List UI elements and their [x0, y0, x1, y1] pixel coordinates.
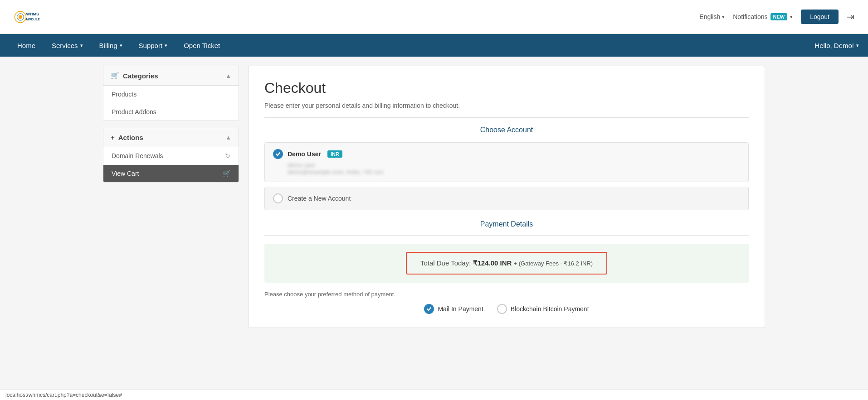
sidebar-item-domain-renewals[interactable]: Domain Renewals ↻: [103, 147, 239, 165]
sidebar-item-view-cart[interactable]: View Cart 🛒: [103, 165, 239, 182]
content-area: Checkout Please enter your personal deta…: [248, 66, 765, 328]
inr-badge: INR: [327, 150, 342, 158]
page-subtitle: Please enter your personal details and b…: [264, 102, 749, 109]
payment-method-blockchain[interactable]: Blockchain Bitcoin Payment: [497, 304, 589, 314]
page-title: Checkout: [264, 80, 749, 96]
language-button[interactable]: English ▾: [699, 13, 725, 20]
mail-in-selected-icon: [424, 304, 434, 314]
create-account-label: Create a New Account: [288, 195, 351, 202]
total-due-box: Total Due Today: ₹124.00 INR + (Gateway …: [264, 244, 749, 283]
domain-renewals-label: Domain Renewals: [112, 152, 163, 159]
refresh-icon[interactable]: ↻: [225, 152, 230, 159]
categories-header[interactable]: 🛒 Categories ▲: [103, 66, 239, 86]
main-layout: 🛒 Categories ▲ Products Product Addons +…: [94, 66, 774, 328]
account-detail-2: demo@example.com, India, +91-xxx: [288, 169, 740, 175]
payment-method-prompt: Please choose your preferred method of p…: [264, 291, 749, 298]
nav-home[interactable]: Home: [9, 34, 44, 57]
top-right: English ▾ Notifications NEW ▾ Logout ⇥: [699, 10, 854, 24]
svg-text:MODULE: MODULE: [26, 18, 40, 21]
create-account-radio: [273, 193, 283, 203]
products-label: Products: [112, 91, 137, 98]
user-greeting: Hello, Demo!: [814, 42, 854, 49]
mail-in-label: Mail In Payment: [438, 305, 483, 313]
view-cart-label: View Cart: [112, 170, 139, 177]
user-chevron-icon: ▾: [856, 43, 859, 48]
sidebar: 🛒 Categories ▲ Products Product Addons +…: [103, 66, 239, 328]
account-detail-1: demo user: [288, 162, 740, 169]
product-addons-label: Product Addons: [112, 108, 156, 116]
blockchain-radio: [497, 304, 507, 314]
nav-billing[interactable]: Billing ▾: [91, 34, 131, 57]
payment-methods: Mail In Payment Blockchain Bitcoin Payme…: [264, 304, 749, 314]
lang-chevron-icon: ▾: [722, 14, 725, 20]
plus-icon: +: [111, 134, 115, 141]
exit-icon[interactable]: ⇥: [847, 11, 854, 22]
cart-icon: 🛒: [111, 72, 119, 80]
divider-1: [264, 117, 749, 118]
support-chevron-icon: ▾: [165, 43, 167, 48]
blockchain-label: Blockchain Bitcoin Payment: [511, 305, 589, 313]
nav-bar: Home Services ▾ Billing ▾ Support ▾ Open…: [0, 34, 868, 57]
logout-button[interactable]: Logout: [801, 10, 839, 24]
actions-collapse-icon: ▲: [225, 134, 231, 141]
account-selected-icon: [273, 149, 283, 159]
nav-right: Hello, Demo! ▾: [814, 42, 859, 49]
top-bar: WHMS MODULE English ▾ Notifications NEW …: [0, 0, 868, 34]
notifications-button[interactable]: Notifications NEW ▾: [733, 13, 793, 20]
total-due-inner: Total Due Today: ₹124.00 INR + (Gateway …: [406, 252, 607, 275]
nav-services[interactable]: Services ▾: [44, 34, 91, 57]
notif-chevron-icon: ▾: [790, 14, 793, 20]
nav-open-ticket[interactable]: Open Ticket: [176, 34, 228, 57]
services-chevron-icon: ▾: [80, 43, 83, 48]
view-cart-icon: 🛒: [223, 170, 230, 177]
nav-billing-label: Billing: [99, 42, 117, 49]
logo-area: WHMS MODULE: [14, 5, 41, 29]
categories-label: Categories: [123, 72, 158, 80]
billing-chevron-icon: ▾: [120, 43, 122, 48]
account-user-name: Demo User: [288, 150, 321, 158]
gateway-fees: + (Gateway Fees - ₹16.2 INR): [514, 260, 593, 267]
payment-method-mail-in[interactable]: Mail In Payment: [424, 304, 483, 314]
logo-icon: WHMS MODULE: [14, 5, 41, 29]
user-menu-button[interactable]: Hello, Demo! ▾: [814, 42, 859, 49]
payment-details-heading: Payment Details: [264, 220, 749, 228]
account-option-demo[interactable]: Demo User INR demo user demo@example.com…: [264, 142, 749, 182]
sidebar-item-product-addons[interactable]: Product Addons: [103, 103, 239, 120]
categories-collapse-icon: ▲: [225, 72, 231, 79]
create-account-option[interactable]: Create a New Account: [264, 187, 749, 210]
total-due-label: Total Due Today:: [420, 259, 471, 267]
total-amount: ₹124.00 INR: [473, 259, 512, 267]
language-label: English: [699, 13, 720, 20]
nav-services-label: Services: [52, 42, 78, 49]
divider-2: [264, 235, 749, 236]
actions-label: Actions: [118, 134, 143, 141]
svg-text:WHMS: WHMS: [26, 12, 39, 16]
nav-support[interactable]: Support ▾: [131, 34, 176, 57]
actions-section: + Actions ▲ Domain Renewals ↻ View Cart …: [103, 128, 239, 183]
choose-account-heading: Choose Account: [264, 126, 749, 134]
notifications-label: Notifications: [733, 13, 767, 20]
notifications-badge: NEW: [770, 13, 788, 20]
nav-left: Home Services ▾ Billing ▾ Support ▾ Open…: [9, 34, 228, 57]
svg-point-4: [19, 15, 22, 19]
actions-header[interactable]: + Actions ▲: [103, 128, 239, 147]
categories-section: 🛒 Categories ▲ Products Product Addons: [103, 66, 239, 121]
nav-support-label: Support: [139, 42, 163, 49]
sidebar-item-products[interactable]: Products: [103, 86, 239, 103]
